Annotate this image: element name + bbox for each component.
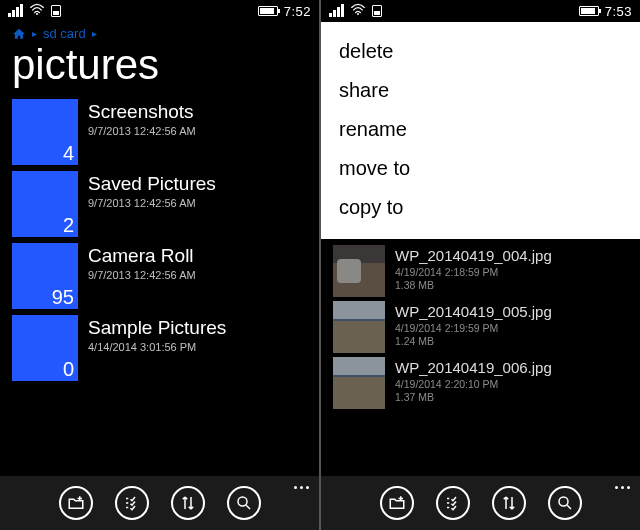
- folder-date: 9/7/2013 12:42:56 AM: [88, 125, 196, 137]
- svg-point-3: [559, 497, 568, 506]
- folder-count: 4: [63, 142, 74, 165]
- file-item[interactable]: WP_20140419_006.jpg 4/19/2014 2:20:10 PM…: [333, 357, 628, 409]
- menu-move-to[interactable]: move to: [321, 149, 640, 188]
- search-button[interactable]: [227, 486, 261, 520]
- app-bar: [0, 476, 319, 530]
- status-bar: 7:52: [0, 0, 319, 22]
- new-folder-button[interactable]: [380, 486, 414, 520]
- pane-files: 7:53 delete share rename move to copy to…: [321, 0, 640, 530]
- folder-name: Sample Pictures: [88, 317, 226, 339]
- sort-button[interactable]: [492, 486, 526, 520]
- file-size: 1.38 MB: [395, 279, 552, 291]
- pane-folders: 7:52 ▸ sd card ▸ pictures 4 Screenshots …: [0, 0, 319, 530]
- context-menu: delete share rename move to copy to: [321, 22, 640, 239]
- more-button[interactable]: [615, 486, 630, 489]
- menu-copy-to[interactable]: copy to: [321, 188, 640, 227]
- folder-tile: 95: [12, 243, 78, 309]
- file-name: WP_20140419_005.jpg: [395, 303, 552, 320]
- cell-signal-icon: [329, 4, 344, 17]
- file-thumbnail: [333, 245, 385, 297]
- file-size: 1.24 MB: [395, 335, 552, 347]
- folder-date: 9/7/2013 12:42:56 AM: [88, 269, 196, 281]
- select-button[interactable]: [115, 486, 149, 520]
- folder-tile: 0: [12, 315, 78, 381]
- battery-icon: [258, 6, 278, 16]
- folder-count: 0: [63, 358, 74, 381]
- file-size: 1.37 MB: [395, 391, 552, 403]
- file-date: 4/19/2014 2:20:10 PM: [395, 378, 552, 390]
- file-thumbnail: [333, 301, 385, 353]
- status-bar: 7:53: [321, 0, 640, 22]
- folder-date: 9/7/2013 12:42:56 AM: [88, 197, 216, 209]
- menu-delete[interactable]: delete: [321, 32, 640, 71]
- app-bar: [321, 476, 640, 530]
- page-title: pictures: [0, 41, 319, 99]
- new-folder-button[interactable]: [59, 486, 93, 520]
- more-button[interactable]: [294, 486, 309, 489]
- folder-count: 2: [63, 214, 74, 237]
- breadcrumb-item-sdcard[interactable]: sd card: [43, 26, 86, 41]
- sim-icon: [51, 5, 61, 17]
- folder-list: 4 Screenshots 9/7/2013 12:42:56 AM 2 Sav…: [0, 99, 319, 381]
- file-thumbnail: [333, 357, 385, 409]
- folder-name: Saved Pictures: [88, 173, 216, 195]
- breadcrumb: ▸ sd card ▸: [0, 22, 319, 41]
- folder-name: Screenshots: [88, 101, 196, 123]
- folder-item[interactable]: 4 Screenshots 9/7/2013 12:42:56 AM: [12, 99, 307, 165]
- home-icon[interactable]: [12, 27, 26, 41]
- file-item[interactable]: WP_20140419_005.jpg 4/19/2014 2:19:59 PM…: [333, 301, 628, 353]
- sort-button[interactable]: [171, 486, 205, 520]
- search-button[interactable]: [548, 486, 582, 520]
- cell-signal-icon: [8, 4, 23, 17]
- folder-count: 95: [52, 286, 74, 309]
- folder-date: 4/14/2014 3:01:56 PM: [88, 341, 226, 353]
- svg-point-2: [357, 13, 359, 15]
- wifi-icon: [350, 3, 366, 18]
- folder-tile: 2: [12, 171, 78, 237]
- file-item[interactable]: WP_20140419_004.jpg 4/19/2014 2:18:59 PM…: [333, 245, 628, 297]
- folder-tile: 4: [12, 99, 78, 165]
- folder-name: Camera Roll: [88, 245, 196, 267]
- sim-icon: [372, 5, 382, 17]
- svg-point-1: [238, 497, 247, 506]
- clock: 7:52: [284, 4, 311, 19]
- menu-rename[interactable]: rename: [321, 110, 640, 149]
- select-button[interactable]: [436, 486, 470, 520]
- clock: 7:53: [605, 4, 632, 19]
- file-date: 4/19/2014 2:18:59 PM: [395, 266, 552, 278]
- svg-point-0: [36, 13, 38, 15]
- file-list: WP_20140419_004.jpg 4/19/2014 2:18:59 PM…: [321, 239, 640, 409]
- file-date: 4/19/2014 2:19:59 PM: [395, 322, 552, 334]
- chevron-right-icon: ▸: [32, 28, 37, 39]
- chevron-right-icon: ▸: [92, 28, 97, 39]
- file-name: WP_20140419_004.jpg: [395, 247, 552, 264]
- folder-item[interactable]: 2 Saved Pictures 9/7/2013 12:42:56 AM: [12, 171, 307, 237]
- menu-share[interactable]: share: [321, 71, 640, 110]
- folder-item[interactable]: 95 Camera Roll 9/7/2013 12:42:56 AM: [12, 243, 307, 309]
- folder-item[interactable]: 0 Sample Pictures 4/14/2014 3:01:56 PM: [12, 315, 307, 381]
- battery-icon: [579, 6, 599, 16]
- wifi-icon: [29, 3, 45, 18]
- file-name: WP_20140419_006.jpg: [395, 359, 552, 376]
